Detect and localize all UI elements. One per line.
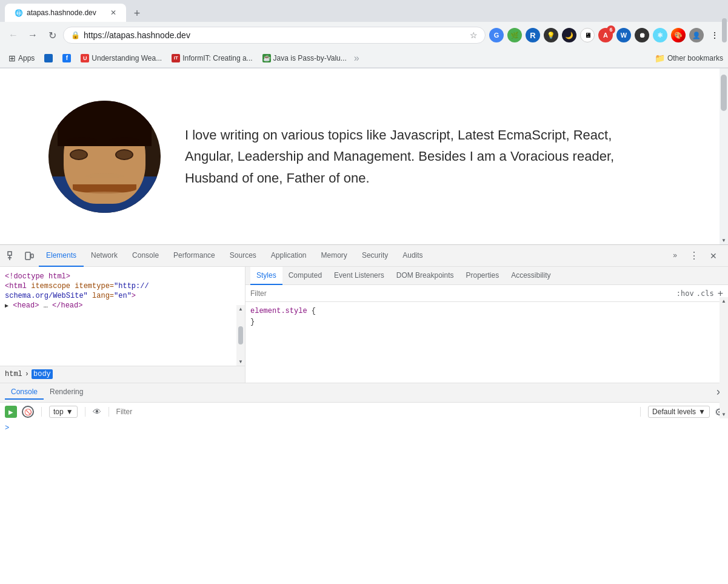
style-rule-element: element.style { [250, 307, 723, 315]
inspect-element-icon[interactable] [5, 249, 19, 263]
profile-avatar-icon[interactable]: 👤 [689, 28, 704, 42]
clear-console-button[interactable]: 🚫 [22, 406, 34, 418]
bookmark-apps[interactable]: ⊞ Apps [5, 52, 38, 64]
head-dots: … [44, 301, 48, 310]
ext-a-icon[interactable]: A6 [598, 28, 613, 42]
eye-icon[interactable]: 👁 [93, 407, 101, 417]
elements-panel: <!doctype html> <html itemscope itemtype… [0, 267, 245, 383]
ext-lamp-icon[interactable]: 💡 [544, 28, 558, 42]
styles-scroll-up-icon[interactable]: ▲ [720, 298, 728, 304]
ext-color-icon[interactable]: 🎨 [671, 28, 686, 42]
html-line-schema: schema.org/WebSite" lang="en"> [5, 291, 240, 301]
back-button[interactable]: ← [5, 27, 22, 44]
bookmark-it-label: InformIT: Creating a... [182, 54, 252, 62]
ext-r-icon[interactable]: R [526, 28, 540, 42]
more-tabs-button[interactable]: » [666, 245, 684, 267]
subtab-accessibility[interactable]: Accessibility [505, 267, 556, 285]
subtab-styles[interactable]: Styles [250, 267, 282, 285]
html-lang-attr: lang= [92, 292, 114, 300]
new-tab-button[interactable]: + [129, 5, 145, 22]
tab-audits[interactable]: Audits [395, 245, 430, 267]
ext-w-icon[interactable]: W [616, 28, 631, 42]
elements-scroll-thumb[interactable] [238, 326, 243, 344]
log-level-label: Default levels [652, 408, 696, 416]
context-selector[interactable]: top ▼ [49, 406, 78, 418]
breadcrumb-html[interactable]: html [5, 370, 22, 378]
console-tab-console[interactable]: Console [5, 385, 44, 400]
device-toolbar-icon[interactable] [22, 249, 36, 263]
ext-green-icon[interactable]: 🌿 [507, 28, 522, 42]
bookmark-star-icon[interactable]: ☆ [470, 30, 478, 40]
tab-console[interactable]: Console [125, 245, 166, 267]
address-bar[interactable]: 🔒 https://atapas.hashnode.dev ☆ [63, 27, 486, 44]
scroll-up-arrow[interactable]: ▲ [238, 306, 243, 312]
ext-moon-icon[interactable]: 🌙 [562, 28, 576, 42]
security-icon: 🔒 [71, 31, 80, 39]
console-filter-input[interactable] [116, 408, 633, 416]
hov-button[interactable]: :hov [676, 289, 694, 298]
avatar-eye-l [70, 149, 88, 160]
scroll-down-icon[interactable]: ▼ [720, 236, 728, 244]
bookmark-fb[interactable]: f [59, 53, 75, 64]
ext-record-icon[interactable]: ⏺ [635, 28, 649, 42]
breadcrumb-separator: › [25, 370, 29, 378]
separator [41, 407, 42, 417]
subtab-event-listeners[interactable]: Event Listeners [328, 267, 390, 285]
html-line-doctype: <!doctype html> [5, 272, 240, 281]
reload-button[interactable]: ↻ [44, 27, 61, 44]
tab-network[interactable]: Network [84, 245, 125, 267]
bookmark-j[interactable]: ☕ Java is Pass-by-Valu... [259, 53, 350, 64]
ext-react-icon[interactable]: ⚛ [653, 28, 667, 42]
console-tab-rendering[interactable]: Rendering [44, 385, 89, 400]
bookmark-apps-label: Apps [18, 54, 35, 62]
console-prompt-line: > [5, 424, 723, 432]
bookmarks-more-button[interactable]: » [354, 53, 359, 64]
tab-performance[interactable]: Performance [166, 245, 222, 267]
html-schema-val: schema.org/WebSite" [5, 292, 88, 300]
breadcrumb-body[interactable]: body [32, 369, 53, 379]
styles-filter-input[interactable] [250, 289, 674, 298]
tab-close-icon[interactable]: ✕ [110, 8, 116, 17]
other-bookmarks[interactable]: 📁 Other bookmarks [655, 53, 723, 63]
cls-button[interactable]: .cls [696, 289, 714, 298]
bookmark-it[interactable]: IT InformIT: Creating a... [168, 53, 256, 64]
tab-application[interactable]: Application [264, 245, 314, 267]
scroll-down-arrow[interactable]: ▼ [238, 359, 243, 364]
elements-scrollbar[interactable]: ▲ ▼ [236, 305, 245, 366]
bookmark-u[interactable]: U Understanding Wea... [77, 53, 165, 64]
log-level-selector[interactable]: Default levels ▼ [648, 406, 710, 418]
avatar-eyebrow-r [109, 137, 139, 144]
devtools-menu-button[interactable]: ⋮ [687, 249, 701, 263]
html-itemscope-attr: itemscope [31, 282, 70, 290]
subtab-properties[interactable]: Properties [459, 267, 505, 285]
page-scrollbar-track[interactable]: ▼ [720, 69, 728, 244]
tab-security[interactable]: Security [355, 245, 395, 267]
bookmark-u-favicon: U [81, 54, 89, 62]
forward-button[interactable]: → [24, 27, 41, 44]
styles-right-scrollbar[interactable]: ▲ ▼ [720, 297, 728, 383]
svg-rect-4 [31, 254, 33, 258]
console-output: > [0, 421, 728, 542]
chrome-menu-button[interactable]: ⋮ [706, 27, 723, 44]
tab-memory[interactable]: Memory [314, 245, 355, 267]
head-close-tag: </head> [52, 301, 82, 310]
devtools-main: <!doctype html> <html itemscope itemtype… [0, 267, 728, 383]
tab-elements[interactable]: Elements [39, 245, 84, 267]
separator4 [640, 407, 641, 417]
elements-html-tree: <!doctype html> <html itemscope itemtype… [0, 267, 245, 366]
expand-head-icon[interactable]: ▶ [5, 303, 8, 309]
styles-content: element.style { } [245, 302, 728, 383]
devtools-close-button[interactable]: ✕ [706, 249, 721, 263]
tab-sources[interactable]: Sources [222, 245, 264, 267]
subtab-dom-breakpoints[interactable]: DOM Breakpoints [390, 267, 460, 285]
subtab-computed[interactable]: Computed [282, 267, 328, 285]
tab-bar: 🌐 atapas.hashnode.dev ✕ + [0, 0, 728, 22]
bookmark-a[interactable] [41, 53, 56, 64]
ext-g-icon[interactable]: G [489, 28, 504, 42]
ext-screen-icon[interactable]: 🖥 [580, 28, 595, 42]
execute-script-button[interactable]: ▶ [5, 406, 17, 418]
html-itemtype-val: "http:// [114, 282, 149, 290]
console-input-bar: ▶ 🚫 top ▼ 👁 Default levels ▼ ⚙ [0, 402, 728, 421]
active-tab[interactable]: 🌐 atapas.hashnode.dev ✕ [5, 4, 126, 22]
page-scrollbar-thumb[interactable] [721, 75, 727, 111]
